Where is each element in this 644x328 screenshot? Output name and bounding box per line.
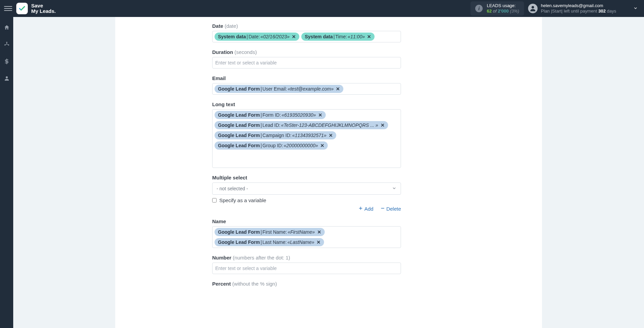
- duration-text-input[interactable]: [215, 59, 399, 67]
- number-text-input[interactable]: [215, 264, 399, 272]
- remove-tag-icon[interactable]: ✕: [329, 132, 333, 138]
- variable-tag[interactable]: Google Lead Form | Group ID: «2000000000…: [215, 141, 328, 150]
- name-input[interactable]: Google Lead Form | First Name: «FirstNam…: [212, 226, 401, 248]
- svg-rect-1: [6, 42, 7, 43]
- specify-as-variable-checkbox[interactable]: [212, 198, 217, 202]
- field-percent: Percent (without the % sign): [212, 281, 401, 287]
- remove-tag-icon[interactable]: ✕: [317, 229, 321, 235]
- remove-tag-icon[interactable]: ✕: [318, 112, 322, 118]
- variable-tag[interactable]: Google Lead Form | First Name: «FirstNam…: [215, 228, 325, 236]
- field-duration: Duration (seconds): [212, 49, 401, 69]
- variable-tag[interactable]: Google Lead Form | User Email: «test@exa…: [215, 85, 343, 93]
- variable-tag[interactable]: Google Lead Form | Form ID: «61935020930…: [215, 111, 326, 119]
- remove-tag-icon[interactable]: ✕: [320, 142, 324, 149]
- field-long-text: Long text Google Lead Form | Form ID: «6…: [212, 101, 401, 168]
- menu-toggle-button[interactable]: [4, 4, 12, 13]
- sidebar-item-billing[interactable]: [0, 57, 13, 66]
- account-info: helen.savemyleads@gmail.com Plan |Start|…: [541, 3, 616, 14]
- top-bar: Save My Leads. i LEADS usage: 62 of 2'00…: [0, 0, 644, 17]
- svg-point-0: [531, 6, 534, 8]
- variable-tag[interactable]: Google Lead Form | Campaign ID: «1134393…: [215, 131, 336, 139]
- variable-tag[interactable]: System data | Date: «02/16/2023» ✕: [215, 33, 299, 41]
- remove-tag-icon[interactable]: ✕: [336, 86, 340, 92]
- avatar-icon: [528, 4, 538, 13]
- date-input[interactable]: System data | Date: «02/16/2023» ✕ Syste…: [212, 31, 401, 42]
- variable-tag[interactable]: Google Lead Form | Lead ID: «TeSter-123-…: [215, 121, 388, 129]
- brand-name: Save My Leads.: [31, 3, 56, 14]
- variable-tag[interactable]: Google Lead Form | Last Name: «LastName»…: [215, 238, 324, 246]
- brand-logo[interactable]: Save My Leads.: [16, 3, 56, 14]
- leads-usage-text: LEADS usage: 62 of 2'000 (3%): [487, 3, 519, 14]
- remove-tag-icon[interactable]: ✕: [317, 239, 321, 245]
- content-area: Date (date) System data | Date: «02/16/2…: [13, 17, 644, 328]
- minus-icon: [380, 206, 385, 212]
- field-email: Email Google Lead Form | User Email: «te…: [212, 75, 401, 95]
- chevron-down-icon: [633, 6, 638, 12]
- multiple-select-dropdown[interactable]: - not selected -: [212, 182, 401, 195]
- specify-as-variable-label: Specify as a variable: [219, 197, 266, 203]
- remove-tag-icon[interactable]: ✕: [381, 122, 385, 128]
- plus-icon: [358, 206, 363, 212]
- long-text-input[interactable]: Google Lead Form | Form ID: «61935020930…: [212, 109, 401, 168]
- sidebar-item-home[interactable]: [0, 23, 13, 32]
- account-email: helen.savemyleads@gmail.com: [541, 3, 616, 8]
- sidebar-item-profile[interactable]: [0, 74, 13, 83]
- field-number: Number (numbers after the dot: 1): [212, 255, 401, 274]
- email-input[interactable]: Google Lead Form | User Email: «test@exa…: [212, 83, 401, 95]
- field-name: Name Google Lead Form | First Name: «Fir…: [212, 218, 401, 248]
- leads-usage-box[interactable]: i LEADS usage: 62 of 2'000 (3%): [470, 1, 524, 16]
- field-multiple-select: Multiple select - not selected - Specify…: [212, 175, 401, 212]
- sidebar-item-connections[interactable]: [0, 40, 13, 49]
- variable-tag[interactable]: System data | Time: «11:00» ✕: [301, 33, 375, 41]
- duration-input[interactable]: [212, 57, 401, 69]
- chevron-down-icon: [392, 186, 397, 192]
- info-icon: i: [475, 5, 483, 12]
- sidebar: [0, 17, 13, 328]
- form-card: Date (date) System data | Date: «02/16/2…: [115, 17, 542, 328]
- remove-tag-icon[interactable]: ✕: [367, 34, 371, 40]
- field-date: Date (date) System data | Date: «02/16/2…: [212, 23, 401, 42]
- delete-button[interactable]: Delete: [380, 206, 401, 212]
- account-menu-button[interactable]: helen.savemyleads@gmail.com Plan |Start|…: [528, 3, 638, 14]
- logo-icon: [16, 3, 28, 14]
- svg-point-4: [6, 76, 8, 78]
- add-button[interactable]: Add: [358, 206, 374, 212]
- remove-tag-icon[interactable]: ✕: [292, 34, 296, 40]
- number-input[interactable]: [212, 263, 401, 274]
